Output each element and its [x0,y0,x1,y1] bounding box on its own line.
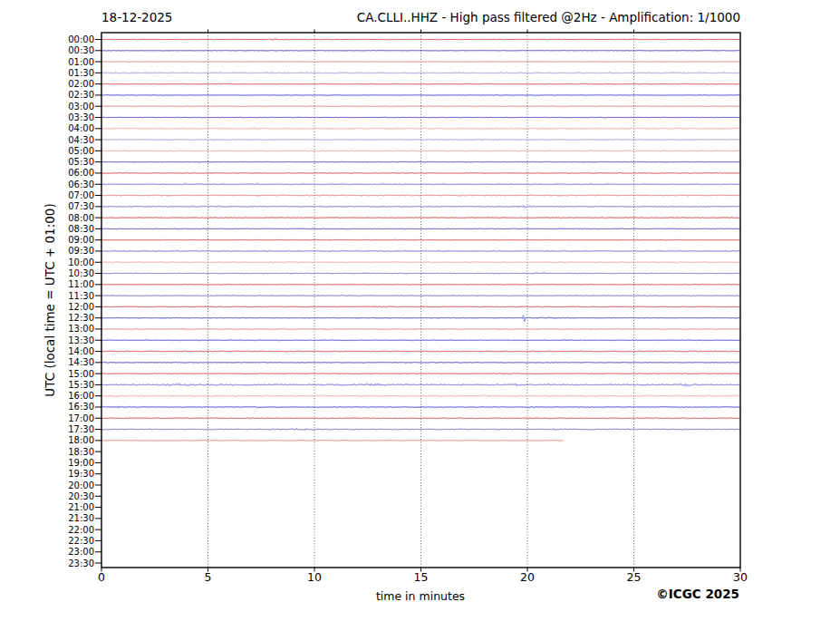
y-tick-label: 02:30 [40,90,94,100]
y-tick-label: 18:30 [40,447,94,457]
trace-row [101,340,740,341]
y-tick-label: 09:30 [40,246,94,256]
y-tick-label: 19:30 [40,469,94,479]
y-tick-label: 22:00 [40,525,94,535]
y-tick-label: 21:30 [40,513,94,523]
y-tick-label: 06:30 [40,180,94,189]
trace-row [101,261,740,263]
trace-row [101,295,740,296]
x-tick-label: 30 [720,571,760,584]
y-tick-label: 17:30 [40,424,94,434]
trace-row [101,150,740,151]
y-tick-label: 16:30 [40,402,94,412]
y-tick-label: 01:00 [40,57,94,67]
y-tick-label: 15:00 [40,369,94,379]
y-tick-label: 12:00 [40,302,94,312]
trace-row [101,272,740,274]
y-tick-label: 08:00 [40,213,94,223]
trace-row [101,284,740,285]
trace-row [101,50,740,51]
trace-row [101,383,740,386]
y-tick-label: 04:30 [40,135,94,145]
plot-date: 18-12-2025 [101,10,172,24]
trace-row [101,250,740,252]
y-tick-label: 17:00 [40,413,94,423]
y-tick-label: 20:00 [40,481,94,490]
trace-row [101,351,740,352]
y-tick-label: 05:00 [40,146,94,156]
y-tick-label: 07:30 [40,201,94,211]
y-tick-label: 14:00 [40,346,94,356]
y-tick-label: 11:00 [40,279,94,289]
x-tick-label: 15 [401,571,441,584]
y-tick-label: 08:30 [40,224,94,234]
copyright-label: ©ICGC 2025 [656,587,739,601]
y-tick-label: 04:00 [40,123,94,133]
trace-row [101,73,740,73]
y-tick-label: 15:30 [40,380,94,390]
trace-row [101,161,740,162]
trace-row [101,406,740,408]
trace-row [101,239,740,240]
x-tick-label: 20 [507,571,547,584]
y-tick-label: 12:30 [40,313,94,323]
trace-row [101,117,740,119]
trace-row [101,172,740,173]
y-tick-label: 19:00 [40,458,94,468]
trace-row [101,373,740,374]
trace-row [101,218,740,218]
y-tick-label: 18:00 [40,435,94,445]
y-tick-label: 03:30 [40,112,94,122]
y-tick-label: 11:30 [40,291,94,301]
trace-row [101,440,564,441]
trace-row [101,39,740,41]
trace-row [101,205,740,208]
x-tick-label: 5 [188,571,228,584]
x-axis-title: time in minutes [303,589,538,603]
y-tick-label: 23:30 [40,558,94,568]
y-tick-label: 22:30 [40,536,94,546]
x-tick-label: 10 [294,571,334,584]
y-tick-label: 02:00 [40,79,94,89]
trace-row [101,83,740,84]
y-tick-label: 21:00 [40,502,94,512]
plot-title: CA.CLLI..HHZ - High pass filtered @2Hz -… [357,10,740,24]
y-tick-label: 10:30 [40,268,94,278]
trace-row [101,418,740,419]
x-tick-label: 25 [614,571,654,584]
y-tick-label: 13:30 [40,335,94,345]
y-tick-label: 00:00 [40,34,94,44]
y-tick-label: 01:30 [40,68,94,78]
y-tick-label: 05:30 [40,157,94,167]
trace-row [101,106,740,107]
helicorder-plot-area [101,33,740,568]
y-tick-label: 14:30 [40,357,94,367]
trace-row [101,94,740,95]
y-tick-label: 23:00 [40,547,94,557]
x-tick-label: 0 [82,571,121,584]
y-tick-label: 09:00 [40,235,94,245]
trace-row [101,62,740,63]
trace-row [101,362,740,363]
y-tick-label: 03:00 [40,102,94,112]
y-tick-label: 20:30 [40,491,94,501]
helicorder-figure: 18-12-2025 CA.CLLI..HHZ - High pass filt… [0,0,840,631]
y-tick-label: 13:00 [40,324,94,334]
y-tick-label: 00:30 [40,45,94,55]
y-tick-label: 07:00 [40,190,94,200]
y-tick-label: 16:00 [40,391,94,401]
y-tick-label: 10:00 [40,257,94,267]
y-tick-label: 06:00 [40,168,94,178]
trace-row [101,228,740,229]
